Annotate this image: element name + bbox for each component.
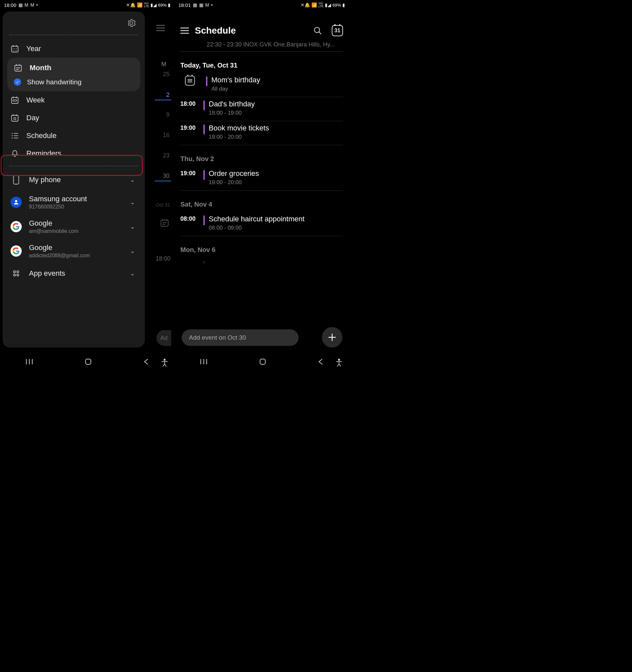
accessibility-icon[interactable] xyxy=(161,359,169,367)
divider xyxy=(180,145,343,145)
event-cutoff[interactable] xyxy=(180,258,343,264)
color-bar xyxy=(206,76,207,86)
week-icon xyxy=(10,96,19,104)
bg-hamburger-icon xyxy=(156,25,165,31)
signal-icon: ▮◢ xyxy=(150,2,157,7)
svg-point-11 xyxy=(13,50,14,51)
status-time-r: 18:01 xyxy=(178,2,191,8)
schedule-header: Schedule 31 xyxy=(174,20,349,41)
divider xyxy=(180,51,343,52)
svg-point-29 xyxy=(12,136,13,136)
recents-icon[interactable] xyxy=(25,358,33,365)
event-sub: 19:00 - 20:00 xyxy=(209,179,343,186)
accessibility-icon[interactable] xyxy=(335,359,343,367)
more-notif-icon: • xyxy=(211,2,213,7)
view-day[interactable]: Day xyxy=(3,109,145,127)
view-reminders[interactable]: Reminders xyxy=(3,145,145,162)
view-year[interactable]: Year xyxy=(3,40,145,58)
home-icon[interactable] xyxy=(259,358,267,366)
battery-percent-r: 69% xyxy=(332,3,341,7)
bg-day-underline-2 xyxy=(155,181,171,182)
settings-icon[interactable] xyxy=(127,19,135,27)
view-month[interactable]: Month xyxy=(10,60,137,75)
hamburger-icon[interactable] xyxy=(180,27,189,34)
svg-rect-23 xyxy=(11,115,18,121)
chevron-down-icon: ⌄ xyxy=(130,176,135,184)
svg-point-52 xyxy=(338,359,340,361)
view-week[interactable]: Week xyxy=(3,91,145,109)
svg-point-38 xyxy=(17,274,19,276)
phone-icon xyxy=(10,174,22,186)
search-icon[interactable] xyxy=(313,26,322,35)
google1-sub: am@sammobile.com xyxy=(29,228,79,234)
bell-icon xyxy=(10,149,19,158)
samsung-title: Samsung account xyxy=(29,195,87,203)
event-dad-birthday[interactable]: 18:00 Dad's birthday 18:00 - 19:00 xyxy=(180,97,343,120)
account-google-1[interactable]: Google am@sammobile.com ⌄ xyxy=(3,214,145,239)
volte-icon: Vo)LTE xyxy=(318,2,324,8)
app-events-label: App events xyxy=(29,269,65,278)
event-groceries[interactable]: 19:00 Order groceries 19:00 - 20:00 xyxy=(180,167,343,189)
account-google-2[interactable]: Google addicted2088@gmail.com ⌄ xyxy=(3,239,145,263)
gmail-icon-2: M xyxy=(30,2,34,7)
fab-add-button[interactable] xyxy=(322,327,342,347)
date-heading-nov4: Sat, Nov 4 xyxy=(180,200,343,208)
show-handwriting-label: Show handwriting xyxy=(27,78,82,86)
day-icon xyxy=(10,114,19,122)
show-handwriting-toggle[interactable]: ✓ Show handwriting xyxy=(10,75,137,87)
svg-rect-19 xyxy=(11,97,18,103)
gallery-icon: ▦ xyxy=(199,2,203,7)
screenshot-schedule: 18:01 ▦ ▦ M • ✕🔔 📶 Vo)LTE ▮◢ 69% ▮ Sched… xyxy=(174,0,349,370)
date-heading-nov2: Thu, Nov 2 xyxy=(180,155,343,163)
battery-icon: ▮ xyxy=(168,2,171,7)
chevron-down-icon: ⌄ xyxy=(130,247,135,255)
svg-line-45 xyxy=(319,32,321,34)
svg-rect-0 xyxy=(161,220,168,226)
bg-day-23: 23 xyxy=(160,152,173,159)
svg-rect-51 xyxy=(260,359,265,364)
view-month-block: Month ✓ Show handwriting xyxy=(7,58,140,91)
back-icon[interactable] xyxy=(143,358,149,366)
chevron-down-icon: ⌄ xyxy=(130,223,135,230)
wifi-icon: 📶 xyxy=(137,2,143,7)
prev-event-faded: 22:30 - 23:30 INOX GVK One,Banjara Hills… xyxy=(180,41,343,50)
svg-rect-26 xyxy=(14,118,16,120)
view-schedule[interactable]: Schedule xyxy=(3,127,145,145)
schedule-list[interactable]: 22:30 - 23:30 INOX GVK One,Banjara Hills… xyxy=(174,41,349,264)
google2-sub: addicted2088@gmail.com xyxy=(29,253,90,259)
event-sub: 18:00 - 19:00 xyxy=(209,110,343,116)
google-icon xyxy=(10,221,22,232)
battery-icon: ▮ xyxy=(342,2,345,7)
add-event-pill[interactable]: Add event on Oct 30 xyxy=(182,330,299,346)
home-icon[interactable] xyxy=(84,358,92,366)
svg-point-10 xyxy=(16,48,17,49)
bg-day-2: 2 xyxy=(161,92,174,98)
back-icon[interactable] xyxy=(318,358,324,366)
event-movie-tickets[interactable]: 19:00 Book movie tickets 19:00 - 20:00 xyxy=(180,121,343,144)
event-title: Mom's birthday xyxy=(211,76,343,84)
volte-icon: Vo)LTE xyxy=(144,2,149,8)
event-title: Dad's birthday xyxy=(209,100,343,109)
event-haircut[interactable]: 08:00 Schedule haircut appointment 08:00… xyxy=(180,212,343,235)
event-sub: 19:00 - 20:00 xyxy=(209,134,343,140)
bg-day-30: 30 xyxy=(160,173,173,179)
bg-month-label: Oct 31 xyxy=(156,202,170,208)
event-mom-birthday[interactable]: Mom's birthday All day xyxy=(180,73,343,96)
divider xyxy=(180,236,343,236)
google1-title: Google xyxy=(29,219,79,227)
view-week-label: Week xyxy=(26,96,45,104)
google2-title: Google xyxy=(29,243,90,252)
status-bar-right: 18:01 ▦ ▦ M • ✕🔔 📶 Vo)LTE ▮◢ 69% ▮ xyxy=(174,0,349,10)
recents-icon[interactable] xyxy=(200,358,208,365)
svg-point-31 xyxy=(12,138,13,139)
svg-point-43 xyxy=(163,359,166,361)
today-button[interactable]: 31 xyxy=(332,25,343,36)
today-num: 31 xyxy=(334,28,340,33)
bg-add-pill: Ad xyxy=(156,330,171,346)
account-my-phone[interactable]: My phone ⌄ xyxy=(3,170,145,190)
account-samsung[interactable]: Samsung account 917660092250 ⌄ xyxy=(3,190,145,214)
account-app-events[interactable]: App events ⌄ xyxy=(3,263,145,284)
mute-icon: ✕🔔 xyxy=(126,2,135,7)
svg-rect-33 xyxy=(14,175,19,184)
svg-point-12 xyxy=(15,50,15,51)
